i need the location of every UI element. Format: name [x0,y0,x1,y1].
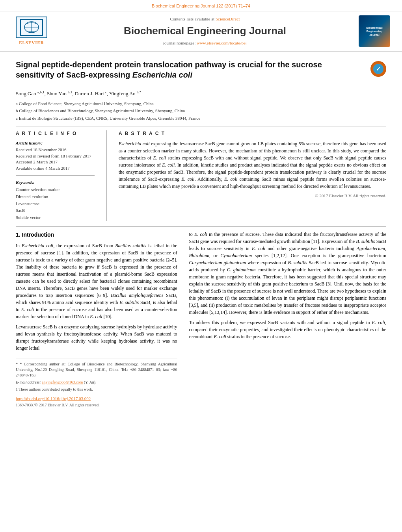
journal-icon-text: BiochemicalEngineeringJournal [366,26,382,37]
ecoli-fifth: E. coli [224,176,237,182]
footnote-equal: 1 These authors contributed equally to t… [16,387,177,392]
article-main: Signal peptide-dependent protein translo… [0,52,402,416]
ecoli-second: E. coli [153,155,166,161]
top-bar: Biochemical Engineering Journal 122 (201… [0,0,402,11]
keywords-section: Keywords: Counter-selection marker Direc… [16,180,95,221]
keyword-2: Directed evolution [16,193,95,200]
article-title: Signal peptide-dependent protein translo… [16,59,363,80]
fn-email-label: E-mail address: [16,380,41,384]
intro-left-p2: Levansucrase SacB is an enzyme catalyzin… [16,323,177,352]
received-date: Received 18 November 2016 [16,147,95,153]
keywords-label: Keywords: [16,180,95,185]
journal-reference: Biochemical Engineering Journal 122 (201… [152,4,250,8]
journal-header: ELSEVIER Contents lists available at Sci… [0,11,402,52]
intro-left-p1: In Escherichia coli, the expression of S… [16,242,177,320]
intro-right-col: to E. coli in the presence of sucrose. T… [189,231,387,408]
intro-heading: 1. Introduction [16,231,177,239]
sciencedirect-link[interactable]: ScienceDirect [216,17,240,21]
affiliation-a: a College of Food Science, Shenyang Agri… [16,100,386,107]
keyword-5: Suicide vector [16,214,95,221]
homepage-line: journal homepage: www.elsevier.com/locat… [51,40,359,46]
article-info-abstract-section: A R T I C L E I N F O Article history: R… [16,130,386,221]
footnote-corresponding: * * Corresponding author at: College of … [16,361,177,378]
footnote-email: E-mail address: anyingfeng666@163.com (Y… [16,380,177,385]
keyword-3: Levansucrase [16,200,95,208]
fn-email-link[interactable]: anyingfeng666@163.com [42,380,83,384]
article-history-group: Article history: Received 18 November 20… [16,140,95,171]
available-date: Available online 4 March 2017 [16,165,95,171]
accepted-date: Accepted 2 March 2017 [16,159,95,165]
copyright-line: © 2017 Elsevier B.V. All rights reserved… [119,193,386,199]
homepage-link[interactable]: www.elsevier.com/locate/bej [197,41,247,45]
journal-title-center: Contents lists available at ScienceDirec… [51,16,359,46]
contents-line: Contents lists available at ScienceDirec… [51,16,359,22]
issn-line: 1369-703X/© 2017 Elsevier B.V. All right… [16,402,177,408]
history-label: Article history: [16,140,95,146]
fn-corresponding-text: * Corresponding author at: College of Bi… [16,362,177,377]
intro-right-p1: to E. coli in the presence of sucrose. T… [189,231,387,316]
abstract-header: A B S T R A C T [119,130,386,137]
fn-email-suffix: (Y. An). [84,380,97,384]
elsevier-logo: ELSEVIER [12,17,51,46]
svg-text:✓: ✓ [376,66,381,72]
affiliation-c: c Institut de Biologie Structurale (IBS)… [16,115,386,122]
affiliations: a College of Food Science, Shenyang Agri… [16,100,386,122]
authors-text: Song Gao a,b,1, Shuo Yao b,1, Darren J. … [16,91,141,96]
divider-2 [16,226,386,227]
footnote-section: * * Corresponding author at: College of … [16,358,177,392]
article-info-header: A R T I C L E I N F O [16,130,95,137]
divider-info [16,175,95,176]
ecoli-third: E. coli [162,162,175,168]
journal-icon: BiochemicalEngineeringJournal [359,15,390,47]
received-revised-date: Received in revised form 18 February 201… [16,153,95,159]
intro-left-col: 1. Introduction In Escherichia coli, the… [16,231,177,408]
doi-link[interactable]: http://dx.doi.org/10.1016/j.bej.2017.03.… [16,396,91,401]
fn-star: * [16,362,20,366]
crossmark-badge: ✓ [370,61,386,77]
abstract-text: Escherichia coli expressing the levansuc… [119,140,386,190]
affiliation-b: b College of Biosciences and Biotechnolo… [16,108,386,114]
article-title-section: Signal peptide-dependent protein translo… [16,59,386,84]
elsevier-logo-box [16,17,47,38]
elsevier-text: ELSEVIER [19,40,44,46]
journal-main-title: Biochemical Engineering Journal [51,24,359,38]
article-info-column: A R T I C L E I N F O Article history: R… [16,130,95,221]
vertical-divider [106,130,107,221]
ecoli-fourth: E. coli [181,176,194,182]
keyword-1: Counter-selection marker [16,186,95,193]
title-text-part2: Escherichia coli [132,70,192,79]
keyword-4: SacB [16,207,95,214]
divider-1 [16,126,386,126]
ecoli-first: Escherichia coli [119,141,150,146]
abstract-column: A B S T R A C T Escherichia coli express… [119,130,386,221]
intro-section: 1. Introduction In Escherichia coli, the… [16,231,386,408]
doi-line: http://dx.doi.org/10.1016/j.bej.2017.03.… [16,395,177,402]
intro-right-p2: To address this problem, we expressed Sa… [189,319,387,340]
authors-line: Song Gao a,b,1, Shuo Yao b,1, Darren J. … [16,89,386,97]
